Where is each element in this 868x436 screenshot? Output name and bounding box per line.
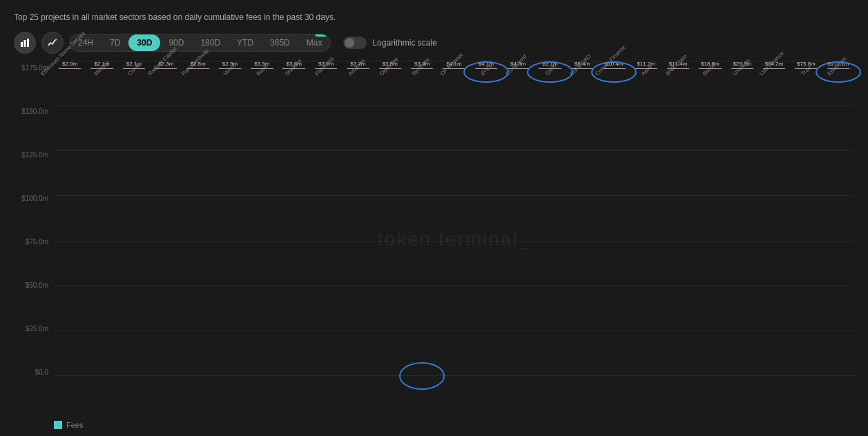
gridline [54,286,854,286]
bar-label-container: GMX [543,69,556,110]
bar-group[interactable]: $171.1mEthereum [822,61,854,69]
gridline [54,330,854,331]
bar-group[interactable]: $29.5mUniswap [726,61,758,69]
bar-group[interactable]: $3.8mOpenSea [374,61,406,69]
page-subtitle: Top 25 projects in all market sectors ba… [14,12,854,22]
toggle-knob [345,38,354,48]
period-180d[interactable]: 180D [192,34,229,51]
log-scale-toggle[interactable] [343,37,367,49]
y-axis-label: $125.0m [14,151,54,159]
line-chart-icon[interactable] [41,32,64,54]
bar-group[interactable]: $54.2mLido Finance [758,61,790,69]
y-axis-label: $75.0m [14,238,54,246]
bar-label-container: Arbitrum [347,69,368,110]
y-axis-label: $100.0m [14,195,54,202]
period-ytd[interactable]: YTD [229,34,262,51]
bar-group[interactable]: $4.1mdYdX [470,61,502,69]
bar-group[interactable]: $2.1mCurve [118,61,150,69]
bar-group[interactable]: $3.9mSynthetix [406,61,438,69]
y-axis-label: $50.0m [14,281,54,289]
gridline [54,150,854,151]
bar-label-container: dYdX [479,69,493,110]
period-selector: 24H 7D 30D 90D 180D YTD 365D Max Pro [69,34,331,52]
bar-label-container: Tron [800,69,811,110]
bar-label-container: Ethereum Name Service [40,69,100,110]
bar-label-container: PancakeSwap [180,69,215,110]
bar-label-container: MakerDAO [568,69,596,110]
gridline [54,375,854,376]
bar-group[interactable]: $3.7mArbitrum [342,61,374,69]
period-max[interactable]: Max Pro [298,34,331,51]
y-axis: $175.0m$150.0m$125.0m$100.0m$75.0m$50.0m… [14,61,54,417]
gridline [54,195,854,196]
bar-label-container: Aave [640,69,653,110]
svg-rect-0 [21,42,23,47]
log-scale-label: Logarithmic scale [372,38,436,48]
bar-label-container: Starknet [284,69,305,110]
bar-label-container: Ethereum [826,69,850,110]
legend-label: Fees [66,421,83,429]
gridline [54,241,854,241]
period-7d[interactable]: 7D [102,34,128,51]
bar-label-container: Radiant Capital [147,69,185,110]
bar-group[interactable]: $4.1mOP Mainnet [438,61,470,69]
bar-value-label: $2.0m [62,61,77,67]
bar-label-container: Synthetix [411,69,434,110]
bar-label-container: Convex Finance [594,69,634,110]
y-axis-label: $0.0 [14,368,54,376]
period-30d[interactable]: 30D [128,34,160,51]
bar-label-container: Morpho [93,69,111,110]
bar-group[interactable]: $3.6mStarknet [278,61,310,69]
bar-group[interactable]: $18.8mBitcoin [694,61,726,69]
svg-rect-2 [27,39,29,47]
bar-label-container: Lido Finance [758,69,790,110]
bar-label-container: BNB Chain [664,69,692,110]
bar-label-container: Curve [126,69,141,110]
bar-label-container: Uniswap [731,69,753,110]
highlight-circle [399,362,445,390]
bar-group[interactable]: $11.4mBNB Chain [662,61,694,69]
bar-group[interactable]: $2.9mVenus [214,61,246,69]
bar-label-container: Bitcoin [702,69,718,110]
bar-group[interactable]: $11.2mAave [630,61,662,69]
bar-group[interactable]: $8.4mMakerDAO [566,61,598,69]
controls-bar: 24H 7D 30D 90D 180D YTD 365D Max Pro Log… [14,32,854,54]
bar-group[interactable]: $75.8mTron [790,61,822,69]
bar-label-container: Venus [222,69,238,110]
period-365d[interactable]: 365D [262,34,298,51]
log-scale-toggle-group: Logarithmic scale [343,37,436,49]
main-container: Top 25 projects in all market sectors ba… [0,0,868,436]
bar-label-container: Compound [505,69,532,110]
chart-body: token terminal_ $2.0mEthereum Name Servi… [54,61,854,417]
bar-label-container: OP Mainnet [439,69,468,110]
bar-group[interactable]: $3.3mBase [246,61,278,69]
pro-badge: Pro [314,34,329,37]
bar-chart-icon[interactable] [14,32,36,54]
watermark: token terminal_ [378,228,530,250]
bar-group[interactable]: $10.4mConvex Finance [598,61,630,69]
y-axis-label: $25.0m [14,325,54,333]
bar-group[interactable]: $2.1mMorpho [86,61,117,69]
legend-color-box [54,421,62,429]
bar-group[interactable]: $2.8mPancakeSwap [182,61,213,69]
bar-label-container: Base [255,69,268,110]
bar-group[interactable]: $4.3mCompound [502,61,534,69]
bar-label-container: Flashbots [314,69,338,110]
bar-group[interactable]: $2.3mRadiant Capital [150,61,182,69]
bars-container: $2.0mEthereum Name Service$2.1mMorpho$2.… [54,61,854,69]
bar-group[interactable]: $5.1mGMX [534,61,566,69]
bar-label-container: OpenSea [378,69,402,110]
legend: Fees [14,421,854,429]
svg-rect-1 [24,40,26,47]
bar-group[interactable]: $3.7mFlashbots [310,61,342,69]
bar-group[interactable]: $2.0mEthereum Name Service [54,61,86,69]
chart-area: $175.0m$150.0m$125.0m$100.0m$75.0m$50.0m… [14,61,854,417]
